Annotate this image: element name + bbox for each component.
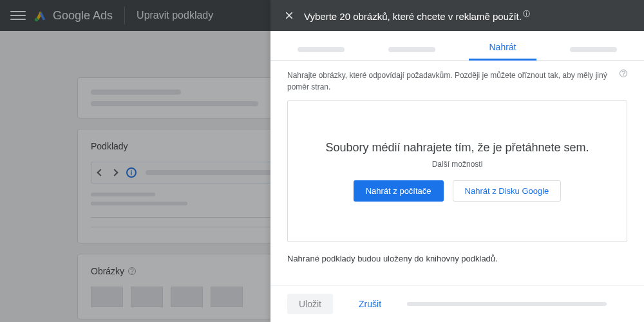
close-icon	[284, 10, 294, 21]
library-note: Nahrané podklady budou uloženy do knihov…	[287, 254, 627, 263]
save-button[interactable]: Uložit	[287, 294, 333, 314]
dropzone-title: Soubory médií nahrajete tím, že je přetá…	[325, 141, 589, 155]
upload-from-computer-button[interactable]: Nahrát z počítače	[354, 180, 444, 202]
tab-placeholder-1[interactable]	[287, 47, 355, 60]
panel-footer: Uložit Zrušit	[270, 285, 644, 322]
modal-scrim[interactable]	[0, 0, 270, 322]
panel-tabs: Nahrát	[270, 31, 644, 61]
help-icon[interactable]: ?	[620, 70, 627, 77]
tab-upload[interactable]: Nahrát	[469, 42, 536, 60]
panel-title: Vyberte 20 obrázků, které chcete v rekla…	[304, 9, 635, 22]
tab-placeholder-2[interactable]	[378, 47, 446, 60]
cancel-button[interactable]: Zrušit	[347, 294, 393, 314]
close-button[interactable]	[279, 6, 299, 25]
dropzone[interactable]: Soubory médií nahrajete tím, že je přetá…	[287, 100, 627, 242]
dropzone-subtitle: Další možnosti	[432, 160, 483, 169]
help-icon[interactable]: ⓘ	[523, 10, 530, 17]
upload-from-drive-button[interactable]: Nahrát z Disku Google	[453, 180, 562, 202]
tab-placeholder-3[interactable]	[560, 47, 627, 60]
footer-placeholder	[407, 302, 607, 306]
panel-header: Vyberte 20 obrázků, které chcete v rekla…	[270, 0, 644, 31]
image-picker-panel: Vyberte 20 obrázků, které chcete v rekla…	[270, 0, 644, 322]
upload-hint: Nahrajte obrázky, které odpovídají požad…	[287, 70, 627, 93]
